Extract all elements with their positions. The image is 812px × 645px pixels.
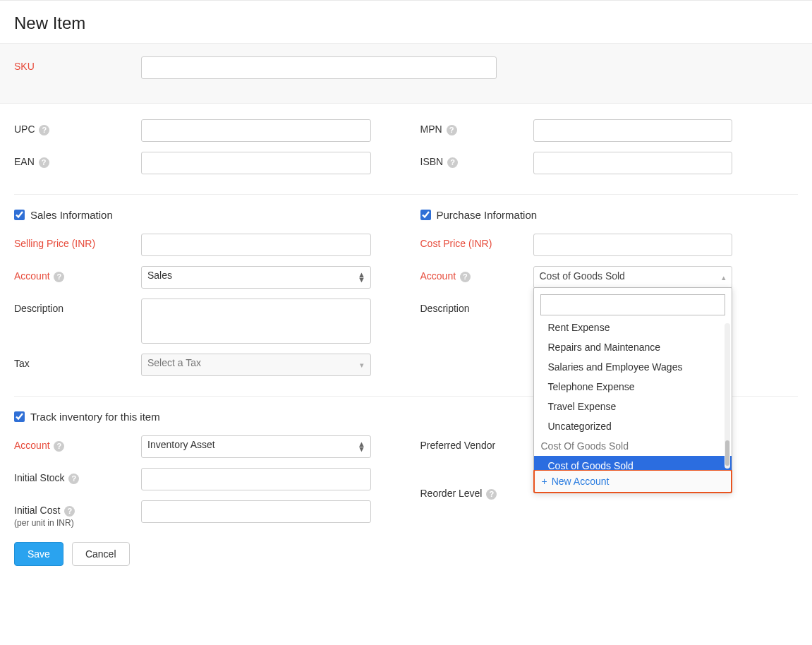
page-title: New Item bbox=[0, 1, 812, 43]
preferred-vendor-label: Preferred Vendor bbox=[420, 435, 533, 451]
help-icon[interactable]: ? bbox=[54, 272, 64, 282]
purchase-account-label-text: Account bbox=[420, 270, 456, 282]
reorder-level-label-text: Reorder Level bbox=[420, 488, 483, 499]
purchase-info-checkbox[interactable] bbox=[420, 210, 431, 220]
purchase-account-label: Account ? bbox=[420, 266, 533, 282]
sales-description-label: Description bbox=[14, 299, 141, 314]
sales-account-label: Account ? bbox=[14, 266, 141, 282]
sales-description-input[interactable] bbox=[141, 299, 371, 344]
reorder-level-label: Reorder Level ? bbox=[420, 483, 533, 500]
inventory-account-label-text: Account bbox=[14, 440, 50, 451]
upc-label: UPC ? bbox=[14, 119, 141, 135]
initial-stock-input[interactable] bbox=[141, 468, 371, 490]
purchase-account-select[interactable]: Cost of Goods Sold ▴ bbox=[533, 266, 732, 289]
cancel-button[interactable]: Cancel bbox=[72, 542, 130, 566]
mpn-input[interactable] bbox=[533, 119, 732, 142]
isbn-label: ISBN ? bbox=[420, 152, 533, 168]
mpn-label-text: MPN bbox=[420, 123, 442, 135]
account-search-input[interactable] bbox=[540, 294, 725, 315]
initial-cost-label: Initial Cost ? (per unit in INR) bbox=[14, 500, 141, 528]
sales-info-label: Sales Information bbox=[30, 209, 113, 221]
tax-select[interactable]: Select a Tax ▾ bbox=[141, 354, 371, 376]
purchase-description-label: Description bbox=[420, 299, 533, 314]
new-account-label: New Account bbox=[552, 476, 610, 487]
sales-account-label-text: Account bbox=[14, 270, 50, 282]
mpn-label: MPN ? bbox=[420, 119, 533, 135]
sales-info-checkbox[interactable] bbox=[14, 210, 25, 220]
inventory-account-label: Account ? bbox=[14, 435, 141, 452]
account-option[interactable]: Rent Expense bbox=[534, 322, 732, 337]
initial-stock-label-text: Initial Stock bbox=[14, 472, 65, 483]
selling-price-label: Selling Price (INR) bbox=[14, 234, 141, 249]
sales-account-value: Sales bbox=[141, 266, 371, 289]
account-option-selected[interactable]: Cost of Goods Sold bbox=[534, 456, 732, 470]
cost-price-label: Cost Price (INR) bbox=[420, 234, 533, 249]
chevron-up-icon: ▴ bbox=[722, 273, 726, 282]
purchase-account-value: Cost of Goods Sold bbox=[540, 270, 625, 282]
initial-cost-label-text: Initial Cost bbox=[14, 505, 60, 516]
help-icon[interactable]: ? bbox=[447, 157, 458, 168]
account-option[interactable]: Salaries and Employee Wages bbox=[534, 357, 732, 377]
sales-account-select[interactable]: Sales ▲▼ bbox=[141, 266, 371, 289]
help-icon[interactable]: ? bbox=[39, 157, 49, 168]
selling-price-input[interactable] bbox=[141, 234, 371, 256]
initial-stock-label: Initial Stock ? bbox=[14, 468, 141, 484]
upc-label-text: UPC bbox=[14, 123, 35, 135]
scrollbar-thumb[interactable] bbox=[725, 440, 729, 466]
isbn-label-text: ISBN bbox=[420, 156, 444, 167]
ean-input[interactable] bbox=[141, 152, 371, 174]
help-icon[interactable]: ? bbox=[68, 474, 79, 484]
account-option[interactable]: Telephone Expense bbox=[534, 377, 732, 397]
inventory-account-select[interactable]: Inventory Asset ▲▼ bbox=[141, 435, 371, 458]
initial-cost-input[interactable] bbox=[141, 500, 371, 523]
account-option[interactable]: Travel Expense bbox=[534, 397, 732, 416]
cost-price-input[interactable] bbox=[533, 234, 732, 256]
help-icon[interactable]: ? bbox=[54, 441, 64, 452]
isbn-input[interactable] bbox=[533, 152, 732, 174]
new-account-button[interactable]: + New Account bbox=[533, 469, 732, 493]
upc-input[interactable] bbox=[141, 119, 371, 142]
track-inventory-checkbox[interactable] bbox=[14, 411, 25, 422]
tax-placeholder: Select a Tax bbox=[141, 354, 371, 376]
plus-icon: + bbox=[542, 476, 547, 487]
help-icon[interactable]: ? bbox=[64, 506, 75, 517]
ean-label: EAN ? bbox=[14, 152, 141, 168]
help-icon[interactable]: ? bbox=[39, 125, 49, 135]
help-icon[interactable]: ? bbox=[486, 489, 497, 500]
account-option[interactable]: Repairs and Maintenance bbox=[534, 337, 732, 357]
account-group-label: Cost Of Goods Sold bbox=[534, 436, 732, 456]
purchase-info-label: Purchase Information bbox=[437, 209, 538, 221]
sku-input[interactable] bbox=[141, 56, 497, 79]
save-button[interactable]: Save bbox=[14, 542, 63, 566]
initial-cost-sub: (per unit in INR) bbox=[14, 518, 141, 528]
help-icon[interactable]: ? bbox=[460, 272, 471, 282]
ean-label-text: EAN bbox=[14, 156, 35, 167]
account-option[interactable]: Uncategorized bbox=[534, 416, 732, 436]
dropdown-scrollbar[interactable] bbox=[725, 323, 730, 469]
track-inventory-label: Track inventory for this item bbox=[30, 411, 160, 423]
tax-label: Tax bbox=[14, 354, 141, 369]
account-dropdown-panel: Rent Expense Repairs and Maintenance Sal… bbox=[533, 287, 732, 493]
sku-label: SKU bbox=[14, 56, 141, 72]
inventory-account-value: Inventory Asset bbox=[141, 435, 371, 458]
help-icon[interactable]: ? bbox=[447, 125, 457, 135]
